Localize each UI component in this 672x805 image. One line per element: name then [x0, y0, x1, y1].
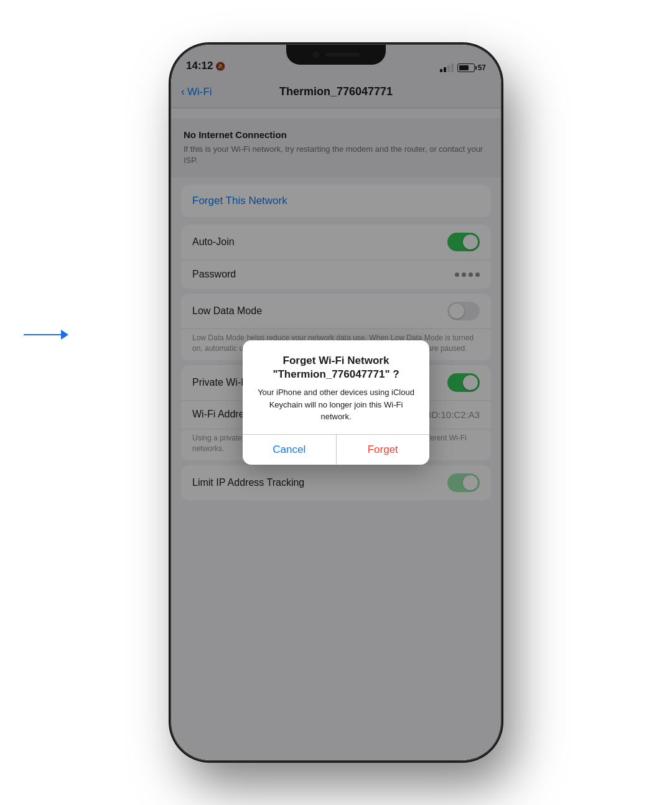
forget-button[interactable]: Forget — [337, 435, 430, 465]
phone-screen: 14:12 🔕 57 — [171, 45, 501, 760]
dialog-content: Forget Wi-Fi Network"Thermion_776047771"… — [243, 340, 429, 434]
forget-dialog: Forget Wi-Fi Network"Thermion_776047771"… — [243, 340, 429, 465]
pointer-arrow — [24, 330, 68, 340]
dialog-title: Forget Wi-Fi Network"Thermion_776047771"… — [254, 354, 418, 381]
arrow-line — [24, 334, 61, 335]
phone-frame: 14:12 🔕 57 — [171, 45, 501, 760]
dialog-buttons: Cancel Forget — [243, 434, 429, 465]
cancel-button[interactable]: Cancel — [243, 435, 337, 465]
arrow-head — [61, 330, 68, 340]
dialog-message: Your iPhone and other devices using iClo… — [254, 386, 418, 423]
screen-content: 14:12 🔕 57 — [171, 45, 501, 760]
dialog-overlay: Forget Wi-Fi Network"Thermion_776047771"… — [171, 45, 501, 760]
